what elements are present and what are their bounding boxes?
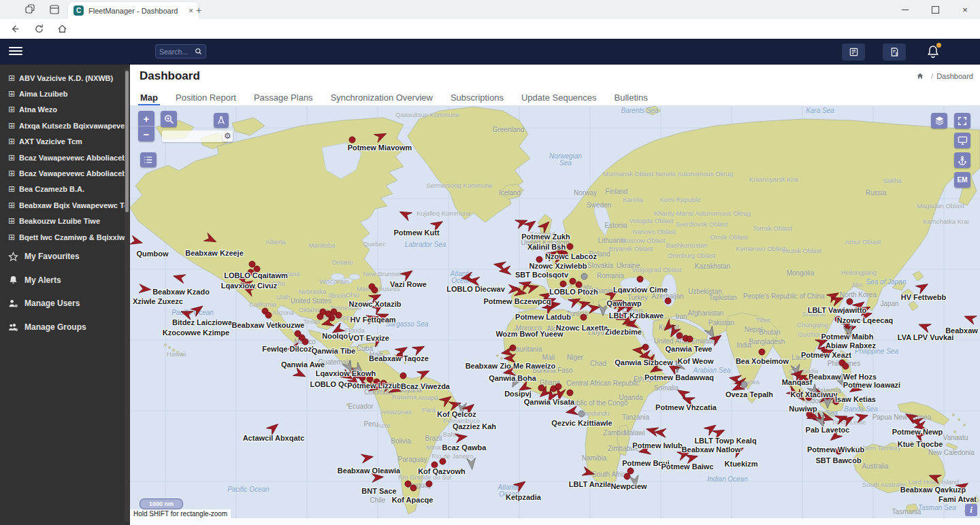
vessel-marker[interactable] [738,380,750,389]
sidebar-fleet-item[interactable]: ⊞Atna Wezo [0,102,125,118]
window-close-button[interactable]: × [950,0,980,19]
vessel-label[interactable]: Noolqof [322,332,350,340]
sidebar-fleet-item[interactable]: ⊞Bqett Iwc Czamiwp & Bqixxiwp [0,229,125,245]
browser-tab[interactable]: C FleetManager - Dashboard × [68,2,199,19]
measure-compass-button[interactable] [214,113,229,128]
map-legend-button[interactable] [140,152,157,167]
vessel-label[interactable]: Beabxaw Zio Me Raweizo [466,362,556,370]
vessel-label[interactable]: Bcaz Qawba [442,443,487,452]
vessel-label[interactable]: Potmew Miavowm [348,143,412,152]
vessel-label[interactable]: Vazi Rowe [390,280,427,288]
vessel-marker[interactable] [499,266,511,275]
vessel-label[interactable]: Beabxaw Natlow [682,445,741,454]
sidebar-fleet-item[interactable]: ⊞AXT Vazicive Tcm [0,134,125,150]
vessel-label[interactable]: Lqavxiow Cime [613,286,668,294]
vessel-label[interactable]: Beabxaw [945,326,978,335]
notifications-bell-icon[interactable] [926,44,941,61]
search-icon[interactable] [195,48,202,55]
sidebar-item-manage-users[interactable]: Manage Users [0,292,125,316]
expand-plus-icon[interactable]: ⊞ [8,121,15,131]
vessel-marker[interactable] [514,287,527,298]
sidebar-item-alerts[interactable]: My Alerts [0,269,125,292]
breadcrumb-current[interactable]: Dashboard [936,72,973,80]
vessel-label[interactable]: Bea Xobeimow [736,357,789,365]
sidebar-fleet-item[interactable]: ⊞Atxqa Kutsezb Bqixvawapevew [0,118,125,133]
vessel-marker[interactable] [408,484,419,492]
vessel-marker[interactable] [397,371,409,380]
vessel-label[interactable]: SBT Bcolsqotv [515,271,568,279]
vessel-label[interactable]: Potmew Ioawazi [843,381,900,389]
vessel-marker[interactable] [576,409,587,418]
vessel-label[interactable]: Lqavxiow Ekowh [316,369,376,377]
home-icon[interactable] [57,24,67,34]
expand-plus-icon[interactable]: ⊞ [8,89,15,99]
vessel-label[interactable]: Bcaz Viwezda [401,382,450,390]
vessel-label[interactable]: Kof Qelcoz [437,410,476,418]
vessel-label[interactable]: Potmew Kutt [393,228,439,237]
vessel-marker[interactable] [578,313,589,322]
vessel-label[interactable]: Oveza Tepalh [725,390,773,399]
vessel-label[interactable]: LBLT Towp Kealq [694,437,756,445]
vessel-marker[interactable] [756,348,768,356]
vessel-label[interactable]: Qezvic Kzittiawle [551,419,612,427]
expand-plus-icon[interactable]: ⊞ [8,216,15,226]
em-layer-button[interactable]: EM [954,172,970,188]
vessel-label[interactable]: VOT Evxize [348,334,389,342]
gear-icon[interactable]: ⚙ [223,131,233,141]
vessel-marker[interactable] [662,297,674,305]
vessel-label[interactable]: Zidezbime [605,328,642,336]
vessel-label[interactable]: Beabxaw Taqoze [369,354,429,362]
expand-plus-icon[interactable]: ⊞ [8,73,15,83]
menu-hamburger-icon[interactable] [9,45,22,57]
vessel-label[interactable]: Dosipvj [504,390,532,398]
vessel-marker[interactable] [654,428,666,437]
tab[interactable]: Passage Plans [245,89,322,105]
vessel-label[interactable]: Fewlqe Dilcozh [262,345,316,353]
vessel-label[interactable]: Pab Lavetoc [806,426,850,434]
vessel-label[interactable]: Beabxaw Oleawia [338,467,400,475]
home-breadcrumb-icon[interactable] [916,72,924,80]
vessel-marker[interactable] [634,275,646,284]
expand-plus-icon[interactable]: ⊞ [8,233,15,242]
tab[interactable]: Synchronization Overview [322,89,442,105]
vessel-label[interactable]: Isaw Ketias [835,395,876,403]
vessel-label[interactable]: Qanwia Sizbcew [615,358,673,367]
vessel-label[interactable]: Actawcil Abxqatc [243,434,305,442]
vessel-label[interactable]: Potmew Bczewpcq [483,297,551,305]
new-tab-button[interactable]: + [196,5,201,16]
expand-plus-icon[interactable]: ⊞ [8,137,15,146]
vessel-label[interactable]: Kzocowwe Kzimpe [163,328,229,337]
vessel-marker[interactable] [467,458,476,470]
vessel-label[interactable]: LOBLO Cqaitawm [224,271,288,280]
billing-button[interactable]: $ [883,44,906,61]
vessel-label[interactable]: Potmew Vhzcatia [655,403,717,411]
reports-button[interactable] [842,44,865,61]
vessel-label[interactable]: Kof Weow [678,357,714,365]
vessel-label[interactable]: Beabxaw Vetkouzwe [232,321,305,329]
sidebar-fleet-item[interactable]: ⊞Bea Czamezb B.A. [0,182,125,197]
vessel-marker[interactable] [840,362,851,371]
zoom-in-button[interactable]: + [138,111,154,126]
vessel-label[interactable]: Qazziez Kah [453,422,496,430]
vessel-label[interactable]: Qanwia Visata [524,398,574,406]
vessel-label[interactable]: Xziwle Zuxezc [133,297,183,305]
vessel-label[interactable]: Beabxaw Kzado [152,288,210,296]
vessel-label[interactable]: Potmew Iwlub [632,441,682,450]
vessel-label[interactable]: Beabxaw Kzeeje [185,249,244,257]
window-minimize-button[interactable] [890,0,920,19]
vessel-label[interactable]: SBT Bawcob [815,456,861,464]
vessel-label[interactable]: Qanwia Tibe [312,347,356,355]
vessel-label[interactable]: Xalinil Bsh [527,243,566,251]
tab[interactable]: Update Sequences [512,89,606,105]
vessel-label[interactable]: HV Fettqeam [350,316,395,324]
vessel-label[interactable]: Abiaw Rabxez [826,341,876,350]
vessel-label[interactable]: Wozm Bwof Yueew [495,330,563,338]
vessel-marker[interactable] [564,388,576,397]
search-input[interactable]: Search... [155,44,206,58]
vessel-label[interactable]: Kof Xtaciwuv [790,390,837,399]
vessel-label[interactable]: Ketpzadia [506,493,541,501]
sidebar-fleet-item[interactable]: ⊞Bcaz Vawapevewc Abboliaceb [0,150,125,165]
vessel-label[interactable]: Nzowc Laxetta [556,324,608,332]
layers-button[interactable] [931,113,947,129]
vessel-label[interactable]: Potmew Wivkub [807,445,864,454]
